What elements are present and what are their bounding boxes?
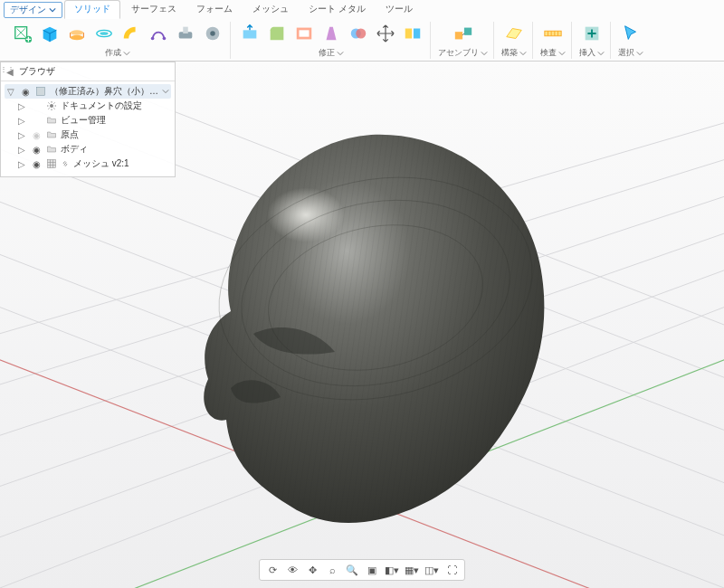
gear-icon <box>46 100 57 111</box>
svg-point-24 <box>50 104 53 108</box>
group-modify-label[interactable]: 修正 <box>319 47 344 59</box>
select-button[interactable] <box>619 22 643 45</box>
group-select-label[interactable]: 選択 <box>618 47 643 59</box>
shell-button[interactable] <box>292 22 316 45</box>
fullscreen-icon[interactable]: ⛶ <box>444 563 459 577</box>
tab-label: シート メタル <box>309 4 366 14</box>
draft-button[interactable] <box>319 22 343 45</box>
move-button[interactable] <box>374 22 397 45</box>
group-inspect: 検査 <box>535 22 572 59</box>
svg-point-11 <box>210 31 215 36</box>
tab-form[interactable]: フォーム <box>187 1 242 18</box>
rib-button[interactable] <box>174 22 197 45</box>
tab-sheet[interactable]: シート メタル <box>300 1 375 18</box>
expand-icon[interactable]: ▷ <box>17 159 26 169</box>
visibility-icon[interactable]: ◉ <box>19 87 32 97</box>
visibility-icon[interactable]: ◉ <box>30 159 43 169</box>
panel-handle-icon: ⋮⋮ <box>4 65 11 72</box>
tree-item-origin[interactable]: ▷ ◉ 原点 <box>5 128 171 142</box>
svg-point-7 <box>163 37 167 41</box>
design-menu[interactable]: デザイン <box>4 2 62 18</box>
viewport-layout-icon[interactable]: ◫▾ <box>424 563 439 577</box>
browser-title: ブラウザ <box>19 65 55 78</box>
expand-icon[interactable]: ▷ <box>17 116 26 126</box>
chevron-down-icon <box>558 50 566 57</box>
align-button[interactable] <box>401 22 424 45</box>
group-inspect-label[interactable]: 検査 <box>540 47 566 59</box>
grid-settings-icon[interactable]: ▦▾ <box>405 563 419 577</box>
tree-item-label: ドキュメントの設定 <box>61 100 169 112</box>
group-insert-label[interactable]: 挿入 <box>579 47 605 59</box>
fillet-button[interactable] <box>265 22 289 45</box>
group-insert: 挿入 <box>574 22 611 59</box>
sweep-button[interactable] <box>119 22 143 45</box>
tree-item-settings[interactable]: ▷ ドキュメントの設定 <box>5 99 171 113</box>
look-icon[interactable]: 👁 <box>285 563 300 577</box>
svg-rect-25 <box>48 160 56 168</box>
assembly-button[interactable] <box>452 22 475 45</box>
pan-icon[interactable]: ✥ <box>305 563 319 577</box>
app-root: デザイン ソリッド サーフェス フォーム メッシュ シート メタル ツール <box>0 0 724 588</box>
svg-point-16 <box>356 29 366 39</box>
presspull-button[interactable] <box>238 22 262 45</box>
group-construct-label[interactable]: 構築 <box>501 47 527 59</box>
tab-surface[interactable]: サーフェス <box>122 1 186 18</box>
mesh-body-head[interactable] <box>145 108 579 542</box>
zoom-icon[interactable]: 🔍 <box>345 563 359 577</box>
svg-point-2 <box>71 35 84 41</box>
expand-icon[interactable]: ▷ <box>17 130 26 140</box>
tree-item-bodies[interactable]: ▷ ◉ ボディ <box>5 142 171 156</box>
tab-tool[interactable]: ツール <box>376 1 422 18</box>
measure-button[interactable] <box>541 22 565 45</box>
revolve-button[interactable] <box>92 22 116 45</box>
view-navbar: ⟳ 👁 ✥ ⌕ 🔍 ▣ ◧▾ ▦▾ ◫▾ ⛶ <box>259 559 465 581</box>
svg-rect-14 <box>300 30 310 36</box>
tab-label: ソリッド <box>74 4 110 14</box>
chevron-down-icon <box>123 50 130 57</box>
loft-button[interactable] <box>147 22 170 45</box>
label-text: アセンブリ <box>438 47 479 59</box>
hole-button[interactable] <box>201 22 224 45</box>
tree-root[interactable]: ▽ ◉ （修正済み）鼻穴（小）v… <box>5 84 171 99</box>
plane-button[interactable] <box>502 22 526 45</box>
box-button[interactable] <box>38 22 62 45</box>
svg-point-39 <box>244 185 398 293</box>
insert-button[interactable] <box>580 22 604 45</box>
chevron-down-icon <box>597 50 605 57</box>
tab-solid[interactable]: ソリッド <box>64 0 120 19</box>
tree-item-views[interactable]: ▷ ビュー管理 <box>5 113 171 128</box>
zoom-window-icon[interactable]: ⌕ <box>325 563 339 577</box>
expand-icon[interactable]: ▷ <box>17 101 26 111</box>
chevron-down-icon <box>49 6 56 14</box>
browser-panel: ⋮⋮ ◀ ブラウザ ▽ ◉ （修正済み）鼻穴（小）v… ▷ ドキュメントの設定 <box>0 62 176 177</box>
tree-item-mesh[interactable]: ▷ ◉ メッシュ v2:1 <box>5 156 171 171</box>
label-text: 検査 <box>540 47 557 59</box>
expand-icon[interactable]: ▷ <box>17 145 26 155</box>
orbit-icon[interactable]: ⟳ <box>265 563 280 577</box>
chevron-down-icon[interactable] <box>162 88 169 95</box>
chevron-down-icon <box>337 50 344 57</box>
svg-rect-18 <box>414 29 420 39</box>
browser-panel-head[interactable]: ⋮⋮ ◀ ブラウザ <box>1 62 175 81</box>
combine-button[interactable] <box>347 22 370 45</box>
folder-icon <box>46 129 57 140</box>
svg-rect-19 <box>454 32 462 39</box>
design-menu-label: デザイン <box>10 4 46 16</box>
svg-rect-20 <box>463 28 471 35</box>
visibility-icon[interactable]: ◉ <box>30 145 43 155</box>
visibility-icon[interactable]: ◉ <box>30 130 43 140</box>
display-settings-icon[interactable]: ◧▾ <box>385 563 399 577</box>
group-construct: 構築 <box>496 22 533 59</box>
tab-mesh[interactable]: メッシュ <box>243 1 298 18</box>
tree-item-label: メッシュ v2:1 <box>73 157 169 170</box>
extrude-button[interactable] <box>65 22 89 45</box>
group-create-label[interactable]: 作成 <box>105 47 130 59</box>
group-create: 作成 <box>5 22 231 59</box>
fit-icon[interactable]: ▣ <box>365 563 379 577</box>
tab-label: サーフェス <box>131 4 176 14</box>
label-text: 構築 <box>501 47 518 59</box>
group-assembly-label[interactable]: アセンブリ <box>438 47 488 59</box>
collapse-icon[interactable]: ▽ <box>6 87 15 97</box>
folder-icon <box>46 144 57 155</box>
sketch-button[interactable] <box>11 22 34 45</box>
